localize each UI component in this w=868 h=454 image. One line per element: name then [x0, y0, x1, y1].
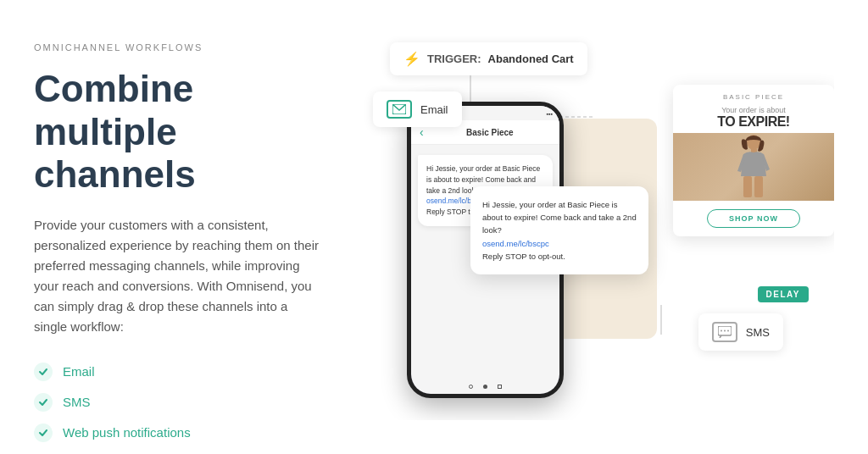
chat-contact-name: Basic Piece — [429, 128, 551, 137]
sms-popup-link: osend.me/lc/bscpc — [482, 239, 549, 248]
svg-point-11 — [721, 330, 722, 332]
check-item-email: Email — [34, 363, 322, 381]
check-item-sms: SMS — [34, 393, 322, 412]
email-card-title: Your order is about TO EXPIRE! — [673, 106, 834, 133]
phone-back-btn — [469, 385, 473, 389]
sms-node-icon — [712, 322, 737, 342]
right-column: ⚡ TRIGGER: Abandoned Cart Email 10:35 ▪▪ — [339, 34, 834, 420]
sms-popup-bubble: Hi Jessie, your order at Basic Piece is … — [470, 186, 648, 274]
checklist: Email SMS Web push notifications — [34, 363, 322, 442]
trigger-label: TRIGGER: — [427, 53, 481, 65]
left-column: OMNICHANNEL WORKFLOWS Combine multiple c… — [34, 34, 322, 420]
trigger-card: ⚡ TRIGGER: Abandoned Cart — [390, 42, 587, 75]
email-brand-name: BASIC PIECE — [673, 85, 834, 106]
sms-node-label: SMS — [746, 326, 770, 339]
check-icon-push — [34, 424, 53, 442]
expire-line2: TO EXPIRE! — [682, 114, 826, 130]
check-icon-email — [34, 363, 53, 381]
headline-line1: Combine multiple — [34, 68, 193, 152]
back-arrow-icon: ‹ — [420, 125, 424, 139]
trigger-icon: ⚡ — [403, 51, 420, 67]
section-label: OMNICHANNEL WORKFLOWS — [34, 42, 322, 53]
check-icon-sms — [34, 393, 53, 412]
svg-point-12 — [724, 330, 726, 332]
sms-workflow-node: SMS — [698, 313, 783, 351]
phone-bottom-buttons — [411, 385, 559, 389]
check-item-push: Web push notifications — [34, 424, 322, 442]
check-label-email: Email — [63, 364, 95, 379]
headline-line2: channels — [34, 153, 196, 195]
expire-line1: Your order is about — [682, 106, 826, 114]
check-label-push: Web push notifications — [63, 425, 191, 440]
email-product-image — [673, 133, 834, 201]
email-node-label: Email — [420, 103, 448, 116]
shop-now-button[interactable]: SHOP NOW — [707, 209, 800, 228]
phone-home-btn — [483, 385, 487, 389]
delay-badge: DELAY — [758, 286, 809, 302]
svg-point-13 — [727, 330, 729, 332]
email-preview-card: BASIC PIECE Your order is about TO EXPIR… — [673, 85, 834, 236]
email-workflow-node: Email — [373, 91, 462, 127]
svg-rect-9 — [754, 176, 763, 197]
headline: Combine multiple channels — [34, 68, 322, 197]
trigger-name: Abandoned Cart — [488, 53, 574, 65]
phone-recent-btn — [498, 385, 502, 389]
sms-message-main: Hi Jessie, your order at Basic Piece is … — [482, 200, 637, 235]
model-silhouette-svg — [731, 134, 777, 200]
email-node-icon — [387, 100, 412, 119]
page-container: OMNICHANNEL WORKFLOWS Combine multiple c… — [0, 0, 868, 454]
description: Provide your customers with a consistent… — [34, 215, 322, 337]
sms-popup-optout: Reply STOP to opt-out. — [482, 252, 565, 261]
phone-signal: ▪▪▪ — [547, 111, 553, 117]
sms-popup-text: Hi Jessie, your order at Basic Piece is … — [482, 200, 637, 261]
check-label-sms: SMS — [63, 395, 91, 409]
svg-rect-8 — [743, 176, 752, 197]
